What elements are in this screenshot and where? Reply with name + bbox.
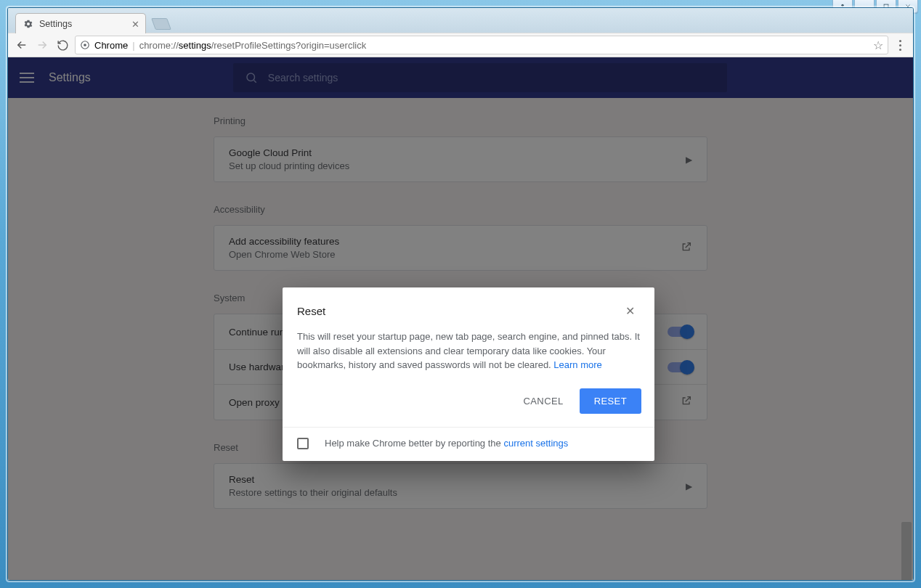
- reset-button[interactable]: RESET: [580, 388, 641, 414]
- browser-toolbar: Chrome | chrome://settings/resetProfileS…: [8, 33, 913, 57]
- report-text: Help make Chrome better by reporting the…: [325, 438, 568, 449]
- browser-window: Settings ✕ Chrome | chrome://settings/re…: [7, 7, 914, 581]
- omnibox-origin-label: Chrome: [94, 40, 128, 51]
- omnibox[interactable]: Chrome | chrome://settings/resetProfileS…: [75, 36, 888, 54]
- chrome-logo-icon: [80, 40, 90, 50]
- tab-settings[interactable]: Settings ✕: [15, 13, 146, 33]
- new-tab-button[interactable]: [151, 18, 171, 30]
- dialog-title: Reset: [297, 305, 325, 317]
- settings-app: Settings Printing Google Cloud Print Set…: [8, 57, 913, 580]
- close-tab-icon[interactable]: ✕: [131, 19, 139, 30]
- browser-menu-button[interactable]: [893, 40, 907, 51]
- cancel-button[interactable]: CANCEL: [515, 388, 572, 414]
- back-button[interactable]: [14, 37, 30, 53]
- report-checkbox[interactable]: [297, 438, 309, 449]
- os-window: Settings ✕ Chrome | chrome://settings/re…: [0, 0, 921, 588]
- dialog-close-button[interactable]: ✕: [620, 301, 640, 321]
- tab-title: Settings: [39, 19, 72, 29]
- tab-strip: Settings ✕: [8, 8, 913, 33]
- omnibox-url: chrome://settings/resetProfileSettings?o…: [139, 40, 367, 51]
- gear-icon: [23, 19, 33, 29]
- current-settings-link[interactable]: current settings: [503, 438, 568, 449]
- forward-button[interactable]: [34, 37, 50, 53]
- reload-button[interactable]: [54, 37, 70, 53]
- svg-point-6: [84, 44, 86, 46]
- reset-dialog: Reset ✕ This will reset your startup pag…: [283, 287, 654, 461]
- learn-more-link[interactable]: Learn more: [553, 359, 601, 370]
- dialog-body: This will reset your startup page, new t…: [283, 327, 654, 381]
- bookmark-star-icon[interactable]: ☆: [873, 38, 883, 52]
